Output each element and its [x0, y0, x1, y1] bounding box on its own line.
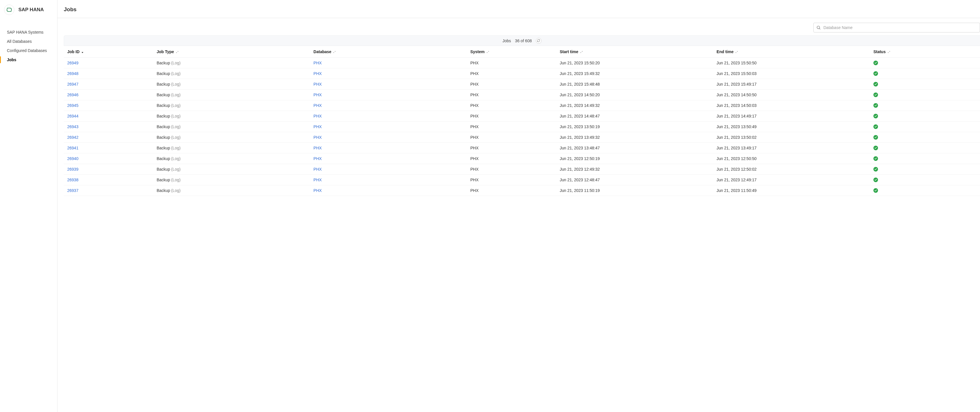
- database-link[interactable]: PHX: [313, 71, 322, 76]
- system-cell: PHX: [467, 164, 556, 175]
- table-row: 26939Backup (Log)PHXPHXJun 21, 2023 12:4…: [64, 164, 980, 175]
- start-time-cell: Jun 21, 2023 11:50:19: [556, 185, 713, 196]
- status-success-icon: [873, 71, 878, 76]
- search-input[interactable]: [813, 23, 980, 32]
- job-id-link[interactable]: 26949: [67, 60, 78, 65]
- column-header-database[interactable]: Database: [310, 46, 467, 58]
- status-cell: [870, 185, 980, 196]
- job-id-link[interactable]: 26941: [67, 146, 78, 150]
- sort-icon: [735, 50, 739, 54]
- job-type: Backup: [157, 146, 170, 150]
- job-id-link[interactable]: 26938: [67, 178, 78, 182]
- sidebar-item-all-databases[interactable]: All Databases: [0, 37, 57, 46]
- main: Jobs Jobs 36 of 608: [57, 0, 980, 412]
- job-subtype: (Log): [171, 178, 181, 182]
- job-id-link[interactable]: 26942: [67, 135, 78, 140]
- job-type: Backup: [157, 167, 170, 172]
- table-row: 26945Backup (Log)PHXPHXJun 21, 2023 14:4…: [64, 100, 980, 111]
- job-id-link[interactable]: 26944: [67, 114, 78, 118]
- sidebar-item-sap-hana-systems[interactable]: SAP HANA Systems: [0, 28, 57, 37]
- job-id-link[interactable]: 26946: [67, 92, 78, 97]
- job-id-link[interactable]: 26937: [67, 188, 78, 193]
- column-header-job-id[interactable]: Job ID: [64, 46, 153, 58]
- sidebar: SAP HANA SAP HANA SystemsAll DatabasesCo…: [0, 0, 57, 412]
- table-row: 26944Backup (Log)PHXPHXJun 21, 2023 14:4…: [64, 111, 980, 121]
- job-id-link[interactable]: 26948: [67, 71, 78, 76]
- job-subtype: (Log): [171, 156, 181, 161]
- table-row: 26948Backup (Log)PHXPHXJun 21, 2023 15:4…: [64, 68, 980, 79]
- job-id-link[interactable]: 26939: [67, 167, 78, 172]
- database-link[interactable]: PHX: [313, 156, 322, 161]
- database-link[interactable]: PHX: [313, 124, 322, 129]
- start-time-cell: Jun 21, 2023 13:50:19: [556, 121, 713, 132]
- database-link[interactable]: PHX: [313, 178, 322, 182]
- banner-count: 36 of 608: [515, 38, 532, 43]
- database-link[interactable]: PHX: [313, 114, 322, 118]
- svg-point-0: [817, 26, 820, 29]
- status-cell: [870, 58, 980, 68]
- status-cell: [870, 90, 980, 100]
- column-header-label: Start time: [560, 49, 578, 54]
- sidebar-item-jobs[interactable]: Jobs: [0, 55, 57, 64]
- database-link[interactable]: PHX: [313, 92, 322, 97]
- database-link[interactable]: PHX: [313, 167, 322, 172]
- app-logo: [4, 5, 14, 15]
- job-id-link[interactable]: 26943: [67, 124, 78, 129]
- database-link[interactable]: PHX: [313, 135, 322, 140]
- column-header-label: End time: [716, 49, 733, 54]
- job-type-cell: Backup (Log): [153, 164, 310, 175]
- status-success-icon: [873, 103, 878, 108]
- database-link[interactable]: PHX: [313, 82, 322, 86]
- status-cell: [870, 175, 980, 185]
- system-cell: PHX: [467, 100, 556, 111]
- job-type-cell: Backup (Log): [153, 68, 310, 79]
- column-header-status[interactable]: Status: [870, 46, 980, 58]
- job-type-cell: Backup (Log): [153, 185, 310, 196]
- job-type: Backup: [157, 156, 170, 161]
- job-type-cell: Backup (Log): [153, 90, 310, 100]
- job-subtype: (Log): [171, 60, 181, 65]
- system-cell: PHX: [467, 79, 556, 90]
- status-success-icon: [873, 92, 878, 97]
- table-row: 26940Backup (Log)PHXPHXJun 21, 2023 12:5…: [64, 153, 980, 164]
- end-time-cell: Jun 21, 2023 12:50:50: [713, 153, 870, 164]
- table-row: 26943Backup (Log)PHXPHXJun 21, 2023 13:5…: [64, 121, 980, 132]
- start-time-cell: Jun 21, 2023 15:50:20: [556, 58, 713, 68]
- sidebar-item-configured-databases[interactable]: Configured Databases: [0, 46, 57, 55]
- end-time-cell: Jun 21, 2023 15:50:03: [713, 68, 870, 79]
- end-time-cell: Jun 21, 2023 13:50:49: [713, 121, 870, 132]
- column-header-start-time[interactable]: Start time: [556, 46, 713, 58]
- database-link[interactable]: PHX: [313, 60, 322, 65]
- end-time-cell: Jun 21, 2023 14:50:03: [713, 100, 870, 111]
- table-row: 26946Backup (Log)PHXPHXJun 21, 2023 14:5…: [64, 90, 980, 100]
- column-header-end-time[interactable]: End time: [713, 46, 870, 58]
- sort-icon: [81, 50, 84, 54]
- start-time-cell: Jun 21, 2023 13:49:32: [556, 132, 713, 143]
- sort-icon: [486, 50, 490, 54]
- system-cell: PHX: [467, 68, 556, 79]
- database-link[interactable]: PHX: [313, 103, 322, 108]
- status-cell: [870, 79, 980, 90]
- job-id-link[interactable]: 26945: [67, 103, 78, 108]
- job-type: Backup: [157, 60, 170, 65]
- job-id-link[interactable]: 26947: [67, 82, 78, 86]
- job-type-cell: Backup (Log): [153, 79, 310, 90]
- database-link[interactable]: PHX: [313, 146, 322, 150]
- leaf-icon: [6, 8, 12, 12]
- job-subtype: (Log): [171, 124, 181, 129]
- system-cell: PHX: [467, 185, 556, 196]
- end-time-cell: Jun 21, 2023 15:49:17: [713, 79, 870, 90]
- refresh-button[interactable]: [536, 38, 542, 44]
- database-link[interactable]: PHX: [313, 188, 322, 193]
- start-time-cell: Jun 21, 2023 14:50:20: [556, 90, 713, 100]
- column-header-system[interactable]: System: [467, 46, 556, 58]
- table-row: 26937Backup (Log)PHXPHXJun 21, 2023 11:5…: [64, 185, 980, 196]
- status-cell: [870, 121, 980, 132]
- column-header-job-type[interactable]: Job Type: [153, 46, 310, 58]
- job-type-cell: Backup (Log): [153, 100, 310, 111]
- end-time-cell: Jun 21, 2023 15:50:50: [713, 58, 870, 68]
- start-time-cell: Jun 21, 2023 13:48:47: [556, 143, 713, 153]
- job-id-link[interactable]: 26940: [67, 156, 78, 161]
- start-time-cell: Jun 21, 2023 12:48:47: [556, 175, 713, 185]
- table-row: 26947Backup (Log)PHXPHXJun 21, 2023 15:4…: [64, 79, 980, 90]
